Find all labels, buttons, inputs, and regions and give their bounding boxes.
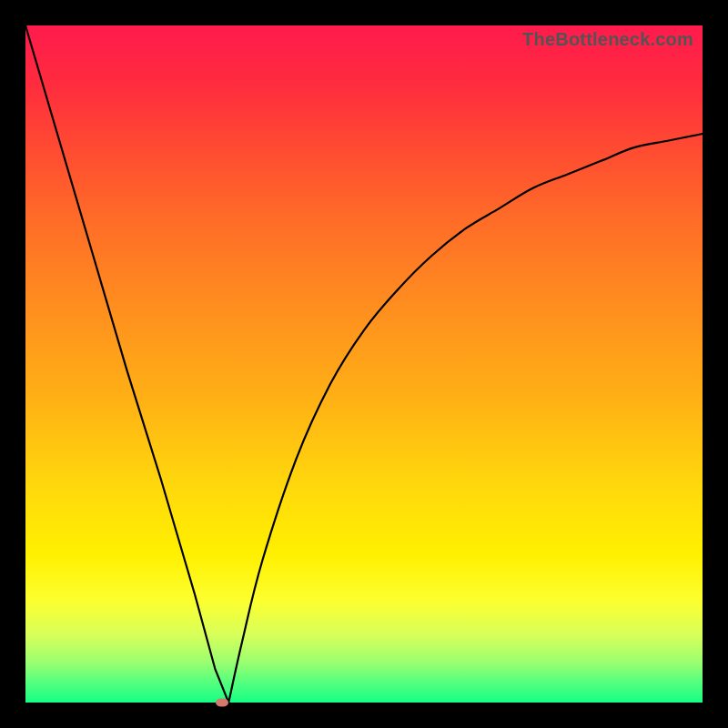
bottleneck-curve xyxy=(25,25,703,703)
plot-area: TheBottleneck.com xyxy=(25,25,703,703)
curve-path xyxy=(25,25,703,703)
optimal-point-marker xyxy=(216,699,228,707)
chart-frame: TheBottleneck.com xyxy=(0,0,728,728)
